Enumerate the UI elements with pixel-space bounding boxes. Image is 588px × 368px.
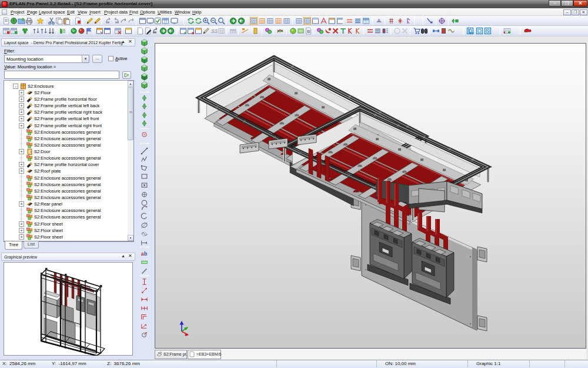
svg-text:b: b [144, 251, 147, 257]
svg-text:B: B [307, 29, 310, 34]
svg-text:a: a [141, 251, 144, 257]
svg-text:SS: SS [211, 28, 218, 34]
